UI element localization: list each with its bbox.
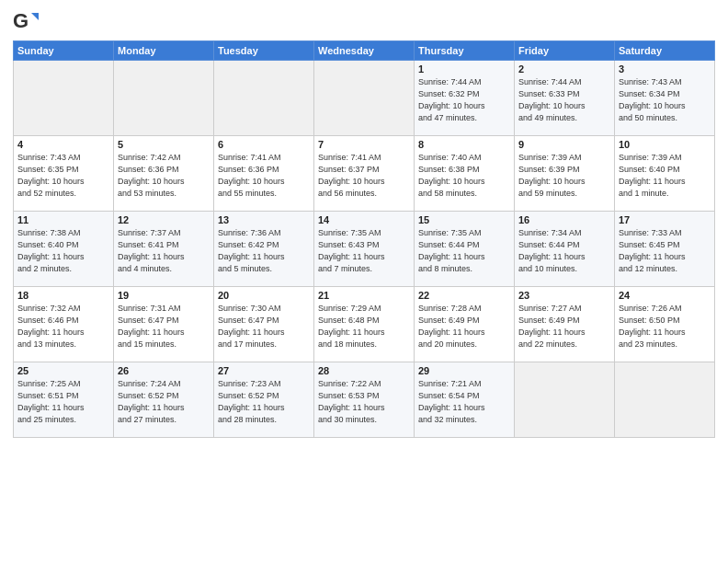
calendar-cell: 7Sunrise: 7:41 AMSunset: 6:37 PMDaylight… — [314, 136, 415, 212]
calendar-header: SundayMondayTuesdayWednesdayThursdayFrid… — [14, 41, 715, 61]
day-info: Sunrise: 7:32 AMSunset: 6:46 PMDaylight:… — [17, 303, 109, 350]
calendar-cell — [14, 61, 114, 136]
calendar-cell — [314, 61, 415, 136]
header-friday: Friday — [515, 41, 615, 61]
calendar-cell: 25Sunrise: 7:25 AMSunset: 6:51 PMDayligh… — [14, 362, 114, 438]
day-number: 20 — [218, 290, 310, 301]
calendar-cell: 27Sunrise: 7:23 AMSunset: 6:52 PMDayligh… — [214, 362, 314, 438]
day-info: Sunrise: 7:36 AMSunset: 6:42 PMDaylight:… — [218, 227, 310, 275]
calendar-cell: 11Sunrise: 7:38 AMSunset: 6:40 PMDayligh… — [14, 212, 114, 287]
calendar-cell: 14Sunrise: 7:35 AMSunset: 6:43 PMDayligh… — [314, 212, 415, 287]
day-info: Sunrise: 7:41 AMSunset: 6:36 PMDaylight:… — [218, 152, 310, 200]
day-info: Sunrise: 7:34 AMSunset: 6:44 PMDaylight:… — [518, 227, 610, 275]
header-tuesday: Tuesday — [214, 41, 314, 61]
calendar-cell: 2Sunrise: 7:44 AMSunset: 6:33 PMDaylight… — [515, 61, 615, 136]
calendar-cell: 21Sunrise: 7:29 AMSunset: 6:48 PMDayligh… — [314, 287, 415, 362]
day-info: Sunrise: 7:35 AMSunset: 6:43 PMDaylight:… — [318, 227, 410, 275]
day-info: Sunrise: 7:22 AMSunset: 6:53 PMDaylight:… — [318, 378, 410, 426]
header-sunday: Sunday — [14, 41, 114, 61]
logo: G — [13, 9, 42, 35]
calendar-cell — [214, 61, 314, 136]
svg-marker-1 — [31, 13, 39, 20]
day-info: Sunrise: 7:25 AMSunset: 6:51 PMDaylight:… — [17, 378, 109, 426]
day-number: 28 — [318, 365, 410, 376]
day-number: 29 — [418, 365, 510, 376]
day-number: 3 — [619, 63, 711, 75]
calendar-cell: 19Sunrise: 7:31 AMSunset: 6:47 PMDayligh… — [114, 287, 214, 362]
day-number: 14 — [318, 214, 410, 225]
day-number: 21 — [318, 290, 410, 301]
page: G SundayMondayTuesdayWednesdayThursdayFr… — [0, 0, 728, 563]
day-info: Sunrise: 7:30 AMSunset: 6:47 PMDaylight:… — [218, 303, 310, 350]
day-number: 13 — [218, 214, 310, 225]
calendar-cell: 22Sunrise: 7:28 AMSunset: 6:49 PMDayligh… — [415, 287, 515, 362]
calendar-cell: 8Sunrise: 7:40 AMSunset: 6:38 PMDaylight… — [415, 136, 515, 212]
calendar-cell: 15Sunrise: 7:35 AMSunset: 6:44 PMDayligh… — [415, 212, 515, 287]
calendar-cell: 26Sunrise: 7:24 AMSunset: 6:52 PMDayligh… — [114, 362, 214, 438]
week-row-2: 11Sunrise: 7:38 AMSunset: 6:40 PMDayligh… — [14, 212, 715, 287]
calendar-table: SundayMondayTuesdayWednesdayThursdayFrid… — [13, 40, 715, 438]
day-number: 1 — [418, 63, 510, 75]
day-number: 6 — [218, 139, 310, 150]
day-number: 11 — [17, 214, 109, 225]
calendar-cell: 29Sunrise: 7:21 AMSunset: 6:54 PMDayligh… — [415, 362, 515, 438]
day-info: Sunrise: 7:28 AMSunset: 6:49 PMDaylight:… — [418, 303, 510, 350]
calendar-cell: 17Sunrise: 7:33 AMSunset: 6:45 PMDayligh… — [615, 212, 715, 287]
calendar-cell — [114, 61, 214, 136]
calendar-cell: 12Sunrise: 7:37 AMSunset: 6:41 PMDayligh… — [114, 212, 214, 287]
header-monday: Monday — [114, 41, 214, 61]
calendar-cell — [615, 362, 715, 438]
day-info: Sunrise: 7:31 AMSunset: 6:47 PMDaylight:… — [118, 303, 210, 350]
calendar-cell: 9Sunrise: 7:39 AMSunset: 6:39 PMDaylight… — [515, 136, 615, 212]
day-info: Sunrise: 7:40 AMSunset: 6:38 PMDaylight:… — [418, 152, 510, 200]
svg-text:G: G — [13, 9, 28, 32]
week-row-4: 25Sunrise: 7:25 AMSunset: 6:51 PMDayligh… — [14, 362, 715, 438]
day-info: Sunrise: 7:43 AMSunset: 6:35 PMDaylight:… — [17, 152, 109, 200]
calendar-cell: 13Sunrise: 7:36 AMSunset: 6:42 PMDayligh… — [214, 212, 314, 287]
calendar-cell: 10Sunrise: 7:39 AMSunset: 6:40 PMDayligh… — [615, 136, 715, 212]
day-number: 27 — [218, 365, 310, 376]
day-info: Sunrise: 7:41 AMSunset: 6:37 PMDaylight:… — [318, 152, 410, 200]
calendar-cell: 6Sunrise: 7:41 AMSunset: 6:36 PMDaylight… — [214, 136, 314, 212]
day-number: 23 — [518, 290, 610, 301]
day-number: 18 — [17, 290, 109, 301]
day-info: Sunrise: 7:37 AMSunset: 6:41 PMDaylight:… — [118, 227, 210, 275]
day-info: Sunrise: 7:39 AMSunset: 6:39 PMDaylight:… — [518, 152, 610, 200]
day-info: Sunrise: 7:23 AMSunset: 6:52 PMDaylight:… — [218, 378, 310, 426]
day-info: Sunrise: 7:38 AMSunset: 6:40 PMDaylight:… — [17, 227, 109, 275]
day-info: Sunrise: 7:44 AMSunset: 6:33 PMDaylight:… — [518, 76, 610, 124]
calendar-cell: 20Sunrise: 7:30 AMSunset: 6:47 PMDayligh… — [214, 287, 314, 362]
header-wednesday: Wednesday — [314, 41, 415, 61]
calendar-cell: 1Sunrise: 7:44 AMSunset: 6:32 PMDaylight… — [415, 61, 515, 136]
calendar-cell: 4Sunrise: 7:43 AMSunset: 6:35 PMDaylight… — [14, 136, 114, 212]
week-row-3: 18Sunrise: 7:32 AMSunset: 6:46 PMDayligh… — [14, 287, 715, 362]
calendar-cell: 3Sunrise: 7:43 AMSunset: 6:34 PMDaylight… — [615, 61, 715, 136]
day-number: 4 — [17, 139, 109, 150]
day-info: Sunrise: 7:42 AMSunset: 6:36 PMDaylight:… — [118, 152, 210, 200]
day-number: 26 — [118, 365, 210, 376]
calendar-cell: 23Sunrise: 7:27 AMSunset: 6:49 PMDayligh… — [515, 287, 615, 362]
header-row: SundayMondayTuesdayWednesdayThursdayFrid… — [14, 41, 715, 61]
day-number: 8 — [418, 139, 510, 150]
day-info: Sunrise: 7:44 AMSunset: 6:32 PMDaylight:… — [418, 76, 510, 124]
day-number: 12 — [118, 214, 210, 225]
calendar-body: 1Sunrise: 7:44 AMSunset: 6:32 PMDaylight… — [14, 61, 715, 438]
day-info: Sunrise: 7:43 AMSunset: 6:34 PMDaylight:… — [619, 76, 711, 124]
week-row-1: 4Sunrise: 7:43 AMSunset: 6:35 PMDaylight… — [14, 136, 715, 212]
day-number: 9 — [518, 139, 610, 150]
day-number: 17 — [619, 214, 711, 225]
day-number: 16 — [518, 214, 610, 225]
day-info: Sunrise: 7:26 AMSunset: 6:50 PMDaylight:… — [619, 303, 711, 350]
week-row-0: 1Sunrise: 7:44 AMSunset: 6:32 PMDaylight… — [14, 61, 715, 136]
day-info: Sunrise: 7:21 AMSunset: 6:54 PMDaylight:… — [418, 378, 510, 426]
day-number: 25 — [17, 365, 109, 376]
calendar-cell: 24Sunrise: 7:26 AMSunset: 6:50 PMDayligh… — [615, 287, 715, 362]
day-info: Sunrise: 7:29 AMSunset: 6:48 PMDaylight:… — [318, 303, 410, 350]
day-number: 5 — [118, 139, 210, 150]
day-number: 2 — [518, 63, 610, 75]
day-number: 22 — [418, 290, 510, 301]
calendar-cell: 16Sunrise: 7:34 AMSunset: 6:44 PMDayligh… — [515, 212, 615, 287]
day-number: 24 — [619, 290, 711, 301]
header-thursday: Thursday — [415, 41, 515, 61]
day-info: Sunrise: 7:27 AMSunset: 6:49 PMDaylight:… — [518, 303, 610, 350]
